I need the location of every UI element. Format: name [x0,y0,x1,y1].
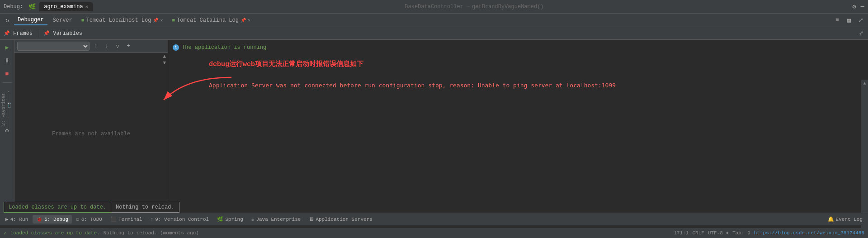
debug-toolbar: 📌 Frames 📌 Variables ⤢ [0,27,868,40]
chinese-text: debug运行web项目无法正常启动时报错误信息如下 [209,60,863,68]
variables-pin-icon: 📌 [42,29,51,38]
log-nothing-text: Nothing to reload. (moments ago) [104,230,199,236]
title-bar: Debug: 🌿 agro_examina ✕ BaseDataControll… [0,0,868,14]
log-loaded-icon: ✓ [4,230,7,236]
frames-add-icon[interactable]: + [124,42,133,51]
event-log-tab[interactable]: 🔔 Event Log [824,215,866,224]
status-position: 171:1 [674,230,689,236]
expand-panel-icon[interactable]: ⤢ [857,29,866,38]
version-control-icon: ↑ [151,217,154,222]
tab-close-tomcat-catalina[interactable]: ✕ [248,18,250,23]
refresh-button[interactable]: ↻ [2,15,12,25]
grid-icon[interactable]: ▦ [844,15,854,25]
tab-close-icon[interactable]: ✕ [85,4,88,10]
status-url[interactable]: https://blog.csdn.net/weixin_38174468 [754,230,864,236]
terminal-icon: ⬛ [110,216,117,222]
main-toolbar: ↻ Debugger Server ■ Tomcat Localhost Log… [0,14,868,27]
frames-label: Frames [13,30,33,37]
run-icon: ▶ [5,216,9,222]
minimize-icon[interactable]: ─ [861,3,864,10]
java-enterprise-icon: ☕ [251,216,255,222]
frames-up-icon[interactable]: ↑ [91,42,100,51]
frames-scroll-area: ▲ [14,53,168,60]
event-log-icon: 🔔 [828,216,834,222]
breadcrumb-left: BaseDataController [405,4,463,10]
settings-icon[interactable]: ⚙ [852,3,856,10]
breadcrumb-sep: → [466,4,469,10]
tab-tomcat-localhost[interactable]: ■ Tomcat Localhost Log 📌 ✕ [78,16,167,25]
frames-pin-icon: 📌 [2,29,11,38]
frames-empty-message: Frames are not available [14,66,168,202]
variables-label: Variables [53,30,82,37]
tab-server[interactable]: Server [49,16,76,25]
variables-content: i The application is running debug运行web项… [168,40,868,213]
toast-nothing: Nothing to reload. [111,202,179,213]
tab-close-tomcat-localhost[interactable]: ✕ [160,18,163,23]
tab-version-control[interactable]: ↑ 9: Version Control [147,215,212,224]
tab-terminal[interactable]: ⬛ Terminal [107,215,146,224]
title-bar-right: ⚙ ─ [852,3,864,10]
variables-panel: i The application is running debug运行web项… [168,40,868,213]
tomcat-localhost-icon: ■ [81,18,85,23]
pause-button[interactable]: ⏸ [2,55,13,66]
frames-scroll-area2: ▼ [14,60,168,66]
tab-java-enterprise[interactable]: ☕ Java Enterprise [248,215,305,224]
tab-tomcat-catalina[interactable]: ■ Tomcat Catalina Log 📌 ✕ [169,16,254,25]
tomcat-catalina-icon: ■ [172,18,175,23]
log-loaded-text: Loaded classes are up to date. [10,230,100,236]
tab-spring[interactable]: 🌿 Spring [213,215,247,224]
tab-run[interactable]: ▶ 4: Run [2,215,32,224]
app-servers-icon: 🖥 [309,216,314,222]
frames-filter-icon[interactable]: ▽ [113,42,122,51]
error-area: Application Server was not connected bef… [173,82,863,89]
app-running-label: The application is running [182,44,266,51]
tab-debugger[interactable]: Debugger [14,15,47,25]
app-running-status: i The application is running [173,44,863,51]
tomcat-catalina-pin-icon: 📌 [241,18,246,23]
title-bar-left: Debug: 🌿 agro_examina ✕ BaseDataControll… [4,2,852,11]
todo-icon: ☑ [76,216,80,222]
agro-icon: 🌿 [28,3,36,10]
status-charset: UTF-8 ♦ [708,230,729,236]
breadcrumb-right: getBrandByVagueNamed() [472,4,543,10]
error-message: Application Server was not connected bef… [209,82,863,89]
tomcat-localhost-pin-icon: 📌 [153,18,158,23]
frames-dropdown[interactable] [17,42,90,51]
status-tab: Tab: 9 [732,230,750,236]
bottom-tab-bar: ▶ 4: Run 🐞 5: Debug ☑ 6: TODO ⬛ Terminal… [0,213,868,225]
chinese-annotation: debug运行web项目无法正常启动时报错误信息如下 Application S… [173,60,863,89]
debug-label: Debug: [4,4,23,10]
toast-area: Loaded classes are up to date. Nothing t… [4,202,179,213]
toast-loaded: Loaded classes are up to date. [4,202,111,213]
favorites-label: 2: Favorites [1,93,6,126]
stop-button[interactable]: ■ [2,68,13,79]
info-icon: i [173,44,179,51]
scroll-edge-up[interactable]: ▲ [863,81,866,86]
scroll-down-icon[interactable]: ▼ [163,60,166,66]
spring-icon: 🌿 [217,216,223,222]
status-crlf: CRLF [693,230,704,236]
resume-button[interactable]: ▶ [2,42,13,53]
expand-icon[interactable]: ⤢ [856,15,866,25]
tab-todo[interactable]: ☑ 6: TODO [73,215,106,224]
layout-icon[interactable]: ≡ [832,15,842,25]
debug-icon: 🐞 [36,216,42,222]
frames-toolbar: ↑ ↓ ▽ + [14,40,168,53]
tab-app-servers[interactable]: 🖥 Application Servers [305,215,376,224]
frames-panel: ↑ ↓ ▽ + ▲ ▼ Frames are not available ∞ [14,40,168,213]
tab-debug[interactable]: 🐞 5: Debug [33,215,72,224]
frames-down-icon[interactable]: ↓ [102,42,111,51]
log-bar: ✓ Loaded classes are up to date. Nothing… [0,228,868,238]
favorites-sidebar: 2: Favorites [0,90,8,129]
active-tab[interactable]: agro_examina ✕ [39,2,92,11]
scroll-up-icon[interactable]: ▲ [163,54,166,59]
